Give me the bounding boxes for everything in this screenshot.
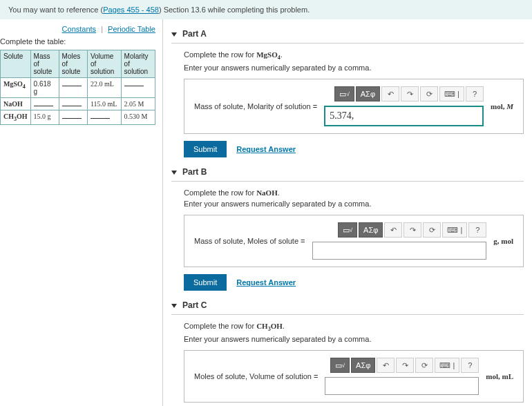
answer-input-c[interactable]: [325, 377, 479, 395]
toolbar-b: ▭√ ΑΣφ ↶ ↷ ⟳ ⌨ | ?: [312, 222, 487, 238]
answer-input-a[interactable]: [324, 106, 484, 126]
request-answer-a[interactable]: Request Answer: [236, 145, 296, 153]
toolbar-c: ▭√ ΑΣφ ↶ ↷ ⟳ ⌨ | ?: [325, 358, 479, 373]
part-b: Part B Complete the row for NaOH. Enter …: [171, 167, 524, 291]
caret-down-icon: [171, 32, 177, 37]
right-panel: Part A Complete the row for MgSO4. Enter…: [162, 19, 532, 406]
blank-cell: [62, 106, 82, 106]
reference-bar: You may want to reference (Pages 455 - 4…: [0, 0, 532, 19]
unit-c: mol, mL: [486, 372, 513, 380]
blank-cell: [62, 86, 82, 86]
keyboard-icon[interactable]: ⌨ |: [439, 86, 464, 102]
answer-box-a: Mass of solute, Molarity of solution = ▭…: [184, 79, 524, 134]
col-moles: Moles of solute: [59, 50, 87, 78]
answer-box-c: Moles of solute, Volume of solution = ▭√…: [184, 350, 524, 403]
redo-icon[interactable]: ↷: [403, 222, 421, 238]
submit-button-a[interactable]: Submit: [184, 141, 227, 157]
constants-link[interactable]: Constants: [62, 25, 97, 33]
greek-icon[interactable]: ΑΣφ: [356, 86, 380, 102]
template-icon[interactable]: ▭√: [330, 358, 350, 373]
data-table: Solute Mass of solute Moles of solute Vo…: [0, 50, 155, 125]
answer-label-b: Mass of solute, Moles of solute =: [194, 237, 305, 245]
col-volume: Volume of solution: [87, 50, 121, 78]
ref-link[interactable]: Pages 455 - 458: [103, 6, 159, 14]
blank-cell: [124, 86, 144, 86]
periodic-table-link[interactable]: Periodic Table: [108, 25, 155, 33]
part-a-line1: Complete the row for MgSO4.: [184, 50, 524, 61]
help-icon[interactable]: ?: [468, 222, 486, 238]
caret-down-icon: [171, 304, 177, 308]
part-b-header[interactable]: Part B: [171, 167, 524, 182]
part-c-line2: Enter your answers numerically separated…: [184, 335, 524, 343]
caret-down-icon: [171, 171, 177, 175]
answer-label-a: Mass of solute, Molarity of solution =: [194, 102, 317, 110]
part-b-line1: Complete the row for NaOH.: [184, 188, 524, 197]
part-c-header[interactable]: Part C: [171, 300, 524, 315]
request-answer-b[interactable]: Request Answer: [236, 278, 296, 287]
col-mass: Mass of solute: [30, 50, 59, 78]
blank-cell: [62, 118, 82, 119]
help-icon[interactable]: ?: [461, 358, 479, 373]
ref-suffix: ) Section 13.6 while completing this pro…: [159, 6, 310, 14]
reset-icon[interactable]: ⟳: [420, 86, 438, 102]
unit-a: mol, M: [491, 102, 513, 110]
table-row: MgSO4 0.618 g 22.0 mL: [1, 78, 155, 98]
blank-cell: [91, 118, 110, 119]
part-c: Part C Complete the row for CH3OH. Enter…: [171, 300, 524, 406]
part-a-line2: Enter your answers numerically separated…: [184, 64, 524, 72]
part-a-header[interactable]: Part A: [171, 29, 524, 44]
part-b-line2: Enter your answers numerically separated…: [184, 200, 524, 208]
answer-label-c: Moles of solute, Volume of solution =: [194, 372, 318, 380]
keyboard-icon[interactable]: ⌨ |: [442, 222, 467, 238]
table-row: CH3OH 15.0 g 0.530 M: [1, 110, 155, 125]
table-row: NaOH 115.0 mL 2.05 M: [1, 98, 155, 110]
greek-icon[interactable]: ΑΣφ: [359, 222, 383, 238]
part-c-line1: Complete the row for CH3OH.: [184, 322, 524, 332]
table-instruction: Complete the table:: [0, 37, 155, 46]
undo-icon[interactable]: ↶: [381, 86, 399, 102]
col-solute: Solute: [1, 50, 31, 78]
submit-button-b[interactable]: Submit: [184, 274, 227, 291]
template-icon[interactable]: ▭√: [334, 86, 354, 102]
separator: |: [101, 25, 103, 33]
undo-icon[interactable]: ↶: [377, 358, 395, 373]
left-panel: Constants | Periodic Table Complete the …: [0, 19, 162, 406]
undo-icon[interactable]: ↶: [384, 222, 402, 238]
toolbar-a: ▭√ ΑΣφ ↶ ↷ ⟳ ⌨ | ?: [324, 86, 484, 102]
col-molarity: Molarity of solution: [121, 50, 155, 78]
blank-cell: [34, 106, 53, 106]
part-a: Part A Complete the row for MgSO4. Enter…: [171, 29, 524, 157]
ref-prefix: You may want to reference (: [8, 6, 103, 14]
reset-icon[interactable]: ⟳: [415, 358, 433, 373]
answer-input-b[interactable]: [312, 242, 487, 260]
answer-box-b: Mass of solute, Moles of solute = ▭√ ΑΣφ…: [184, 215, 524, 267]
reset-icon[interactable]: ⟳: [423, 222, 441, 238]
template-icon[interactable]: ▭√: [338, 222, 357, 238]
greek-icon[interactable]: ΑΣφ: [351, 358, 375, 373]
redo-icon[interactable]: ↷: [401, 86, 419, 102]
keyboard-icon[interactable]: ⌨ |: [435, 358, 459, 373]
help-icon[interactable]: ?: [466, 86, 484, 102]
redo-icon[interactable]: ↷: [396, 358, 414, 373]
unit-b: g, mol: [493, 237, 513, 245]
